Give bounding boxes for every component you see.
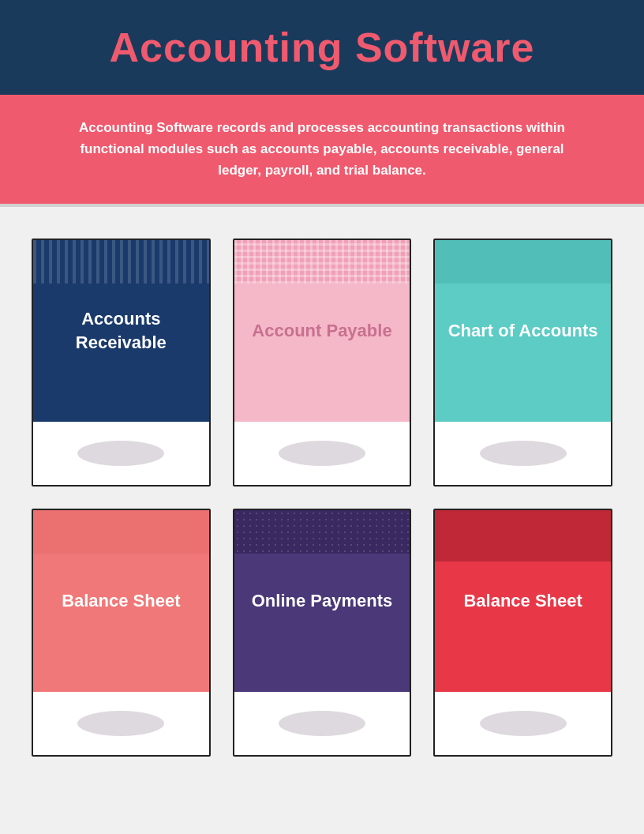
card-oval-4 <box>77 711 164 736</box>
card-balance-sheet-1[interactable]: Balance Sheet <box>32 509 211 757</box>
card-label-2: Account Payable <box>244 319 399 343</box>
card-oval-6 <box>480 711 567 736</box>
card-online-payments[interactable]: Online Payments <box>233 509 412 757</box>
card-oval-3 <box>480 441 567 466</box>
subtitle-text: Accounting Software records and processe… <box>63 117 581 182</box>
card-chart-of-accounts[interactable]: Chart of Accounts <box>433 239 612 486</box>
card-bottom-1 <box>33 422 209 485</box>
card-label-3: Chart of Accounts <box>440 319 606 343</box>
card-top-5: Online Payments <box>234 510 410 692</box>
card-pattern-1 <box>33 240 209 284</box>
card-top-3: Chart of Accounts <box>435 240 611 422</box>
card-balance-sheet-2[interactable]: Balance Sheet <box>433 509 612 757</box>
card-bottom-6 <box>435 692 611 755</box>
card-bottom-5 <box>234 692 410 755</box>
card-pattern-4 <box>33 510 209 554</box>
header: Accounting Software <box>0 0 644 95</box>
card-top-6: Balance Sheet <box>435 510 611 692</box>
card-bottom-4 <box>33 692 209 755</box>
card-oval-5 <box>279 711 365 736</box>
card-pattern-3 <box>435 240 611 284</box>
card-bottom-2 <box>234 422 410 485</box>
card-top-4: Balance Sheet <box>33 510 209 692</box>
card-pattern-2 <box>234 240 410 284</box>
card-oval-2 <box>279 441 365 466</box>
card-account-payable[interactable]: Account Payable <box>233 239 412 486</box>
card-top-1: Accounts Receivable <box>33 240 209 422</box>
card-bottom-3 <box>435 422 611 485</box>
card-top-2: Account Payable <box>234 240 410 422</box>
card-oval-1 <box>77 441 164 466</box>
card-pattern-5 <box>234 510 410 554</box>
card-label-1: Accounts Receivable <box>33 307 209 354</box>
card-accounts-receivable[interactable]: Accounts Receivable <box>32 239 211 486</box>
card-label-6: Balance Sheet <box>455 589 590 613</box>
page-title: Accounting Software <box>16 24 628 71</box>
cards-grid: Accounts Receivable Account Payable Char… <box>0 207 644 788</box>
subtitle-bar: Accounting Software records and processe… <box>0 95 644 204</box>
card-label-5: Online Payments <box>244 589 401 613</box>
card-pattern-6 <box>435 510 611 562</box>
card-label-4: Balance Sheet <box>54 589 188 613</box>
